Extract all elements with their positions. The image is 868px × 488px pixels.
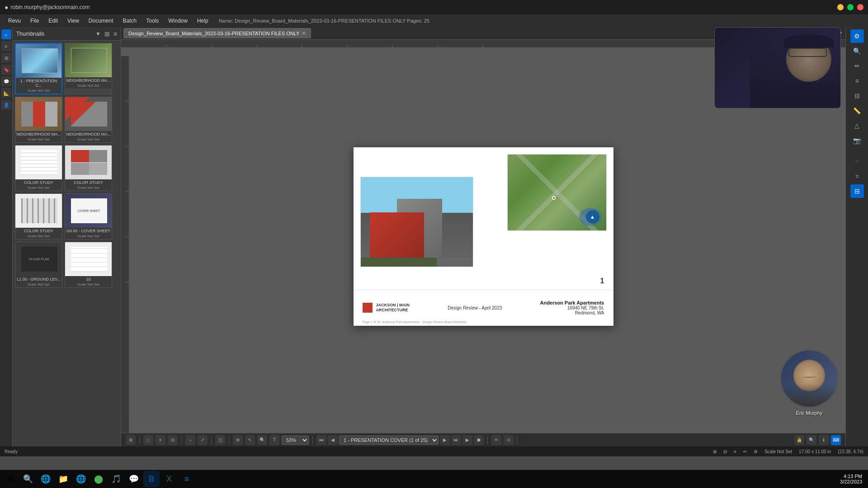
taskbar-chrome[interactable]: ⬤: [90, 471, 107, 487]
rewind-btn[interactable]: ⏹: [474, 435, 484, 445]
fit-page-btn[interactable]: ⤢: [198, 435, 208, 445]
taskbar-excel[interactable]: X: [161, 471, 177, 487]
right-panel-code[interactable]: ⌗: [850, 169, 864, 183]
thumbnail-4[interactable]: NEIGHBORHOOD MA... Scale Not Set: [65, 97, 112, 143]
thumbnail-6[interactable]: COLOR STUDY Scale Not Set: [65, 145, 112, 191]
menu-view[interactable]: View: [64, 17, 83, 25]
tab-close-icon[interactable]: ✕: [302, 30, 306, 37]
system-clock: 4:13 PM 3/22/2023: [840, 474, 866, 484]
thumbnail-9[interactable]: FLOOR PLAN L1.00 - GROUND LEV... Scale N…: [15, 242, 62, 288]
right-panel-separator-icon: N: [850, 155, 864, 168]
menu-help[interactable]: Help: [193, 17, 212, 25]
thumb-row-5: FLOOR PLAN L1.00 - GROUND LEV... Scale N…: [15, 242, 118, 288]
menu-document[interactable]: Document: [85, 17, 117, 25]
maximize-button[interactable]: [847, 4, 854, 10]
taskbar-bluebeam[interactable]: B: [143, 471, 160, 487]
last-page-btn[interactable]: ⏭: [451, 435, 461, 445]
thumbnail-2[interactable]: NEIGHBORHOOD MA... Scale Not Set: [65, 43, 112, 94]
thumbnail-1[interactable]: 1 - PRESENTATION C... Scale Not Set: [15, 43, 62, 94]
status-view2[interactable]: ⊟: [723, 449, 727, 454]
thumbnail-8[interactable]: COVER SHEET G0.00 - COVER SHEET Scale No…: [65, 193, 112, 239]
right-panel-photo[interactable]: 📷: [850, 134, 864, 147]
taskbar-browser[interactable]: 🌐: [38, 471, 54, 487]
thumb-preview-10: [65, 242, 112, 276]
thumbnail-list-icon[interactable]: ≡: [113, 30, 117, 38]
thumb-label-7: COLOR STUDY: [15, 228, 62, 234]
text-btn[interactable]: T: [269, 435, 279, 445]
zoom-btn[interactable]: 🔍: [257, 435, 267, 445]
nav-icon-layers[interactable]: ≡: [1, 41, 11, 51]
thumb-sublabel-8: Scale Not Set: [65, 234, 112, 239]
right-panel-search[interactable]: 🔍: [850, 44, 864, 58]
taskbar-files[interactable]: 📁: [55, 471, 71, 487]
right-panel-properties[interactable]: ⚙: [850, 29, 864, 43]
thumbnail-3[interactable]: NEIGHBORHOOD MA... Scale Not Set: [15, 97, 62, 143]
thumbnail-dropdown-icon[interactable]: ▼: [95, 31, 101, 37]
right-panel-compare[interactable]: ⊟: [850, 89, 864, 103]
status-settings[interactable]: ⚙: [754, 449, 758, 454]
menu-tools[interactable]: Tools: [142, 17, 162, 25]
document-tab[interactable]: Design_Review_Board_Materials_2023-03-16…: [123, 28, 311, 38]
play-btn[interactable]: ▶: [462, 435, 472, 445]
calibrate-btn[interactable]: ⊙: [504, 435, 514, 445]
status-view3[interactable]: ≡: [734, 449, 736, 454]
zoom-selector[interactable]: 53% 25% 50% 75% 100% 150% 200%: [282, 436, 309, 445]
fit-width-btn[interactable]: ↔: [185, 435, 195, 445]
single-page-btn[interactable]: □: [143, 435, 153, 445]
page-selector[interactable]: 1 - PRESENTATION COVER (1 of 25): [339, 436, 439, 445]
project-name: Anderson Park Apartments: [540, 300, 604, 305]
grid-view-icon[interactable]: ⊞: [713, 449, 717, 454]
continuous-btn[interactable]: ≡: [156, 435, 165, 445]
menu-revu[interactable]: Revu: [5, 17, 24, 25]
nav-icon-bookmark[interactable]: 🔖: [1, 65, 11, 75]
taskbar-edge[interactable]: 🌐: [73, 471, 89, 487]
lock-btn[interactable]: 🔒: [794, 435, 804, 445]
thumbnail-view-btn[interactable]: ⊞: [126, 435, 136, 445]
nav-icon-comment[interactable]: 💬: [1, 76, 11, 86]
thumbnail-grid-icon[interactable]: ⊞: [104, 30, 110, 38]
minimize-button[interactable]: [837, 4, 844, 10]
menu-batch[interactable]: Batch: [119, 17, 141, 25]
status-dimensions: 17.00 x 11.00 in: [799, 449, 831, 454]
separator-3: [211, 436, 212, 444]
nav-icon-user[interactable]: 👤: [1, 100, 11, 110]
menu-edit[interactable]: Edit: [45, 17, 61, 25]
prev-page-btn[interactable]: ◀: [328, 435, 338, 445]
project-city: Redmond, WA: [540, 310, 604, 315]
menu-file[interactable]: File: [27, 17, 42, 25]
taskbar-search[interactable]: 🔍: [20, 471, 36, 487]
info-btn[interactable]: ℹ: [819, 435, 829, 445]
keyboard-btn[interactable]: ⌨: [831, 435, 841, 445]
thumbnail-10[interactable]: 10 Scale Not Set: [65, 242, 112, 288]
right-panel-layers[interactable]: ≡: [850, 74, 864, 88]
cursor-btn[interactable]: ⊕: [233, 435, 243, 445]
markup-btn[interactable]: ✏: [491, 435, 501, 445]
menu-window[interactable]: Window: [165, 17, 191, 25]
nav-icon-home[interactable]: ⌂: [1, 29, 11, 39]
compare-btn[interactable]: ◫: [215, 435, 225, 445]
first-page-btn[interactable]: ⏮: [316, 435, 326, 445]
taskbar-app2[interactable]: ≡: [179, 471, 195, 487]
nav-icon-measure[interactable]: 📐: [1, 88, 11, 98]
thumbnail-7[interactable]: COLOR STUDY Scale Not Set: [15, 193, 62, 239]
close-button[interactable]: [857, 4, 863, 10]
thumb-preview-7: [15, 194, 62, 228]
right-panel-measure[interactable]: 📏: [850, 104, 864, 117]
status-markup[interactable]: ✏: [743, 449, 747, 454]
select-btn[interactable]: ↖: [245, 435, 255, 445]
thumb-sublabel-5: Scale Not Set: [15, 186, 62, 191]
right-panel-chat[interactable]: ⊟: [850, 184, 864, 198]
right-panel-markups[interactable]: ✏: [850, 59, 864, 73]
right-panel-3d[interactable]: △: [850, 119, 864, 132]
thumb-sublabel-9: Scale Not Set: [15, 282, 62, 287]
two-page-btn[interactable]: ⊟: [168, 435, 178, 445]
taskbar-start[interactable]: ⊞: [2, 471, 19, 487]
logo-line2: ARCHITECTURE: [376, 308, 410, 313]
taskbar-app1[interactable]: 🎵: [108, 471, 124, 487]
next-page-btn[interactable]: ▶: [440, 435, 450, 445]
titlebar-controls: [837, 4, 863, 10]
nav-icon-grid[interactable]: ⊞: [1, 53, 11, 63]
taskbar-teams[interactable]: 💬: [126, 471, 142, 487]
thumbnail-5[interactable]: COLOR STUDY Scale Not Set: [15, 145, 62, 191]
search-btn-bottom[interactable]: 🔍: [807, 435, 816, 445]
